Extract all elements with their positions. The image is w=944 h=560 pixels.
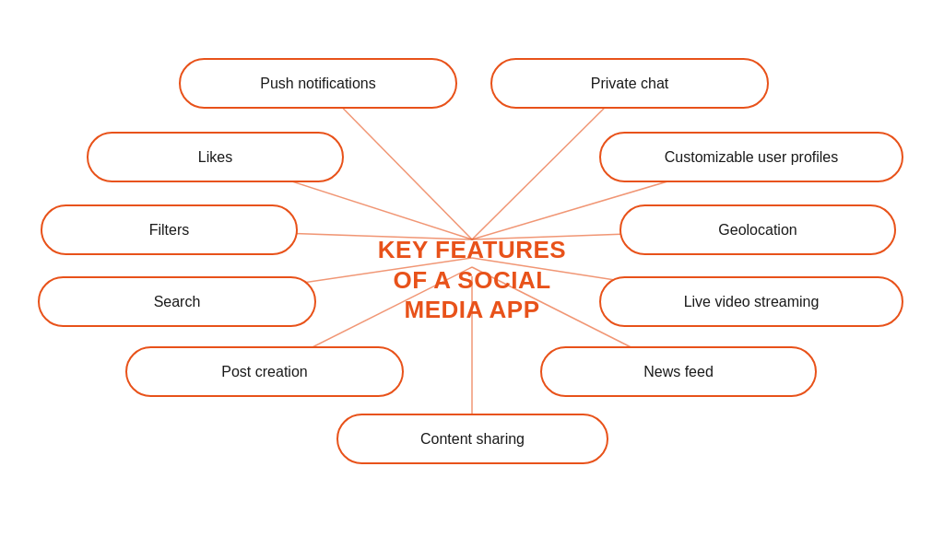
- feature-label-post-creation: Post creation: [221, 364, 307, 380]
- feature-customizable-user-profiles: Customizable user profiles: [599, 132, 903, 182]
- feature-push-notifications: Push notifications: [179, 58, 457, 109]
- feature-label-live-video-streaming: Live video streaming: [684, 294, 820, 310]
- feature-label-news-feed: News feed: [643, 364, 714, 380]
- feature-search: Search: [38, 276, 316, 327]
- feature-label-private-chat: Private chat: [591, 76, 668, 92]
- feature-content-sharing: Content sharing: [336, 414, 608, 464]
- feature-likes: Likes: [87, 132, 344, 182]
- feature-live-video-streaming: Live video streaming: [599, 276, 903, 327]
- feature-label-filters: Filters: [149, 222, 190, 239]
- feature-post-creation: Post creation: [125, 346, 404, 397]
- feature-label-geolocation: Geolocation: [718, 222, 796, 239]
- feature-filters: Filters: [41, 204, 298, 255]
- feature-label-customizable-user-profiles: Customizable user profiles: [665, 149, 839, 166]
- feature-news-feed: News feed: [540, 346, 817, 397]
- feature-label-search: Search: [154, 294, 201, 310]
- feature-label-likes: Likes: [198, 149, 232, 166]
- feature-private-chat: Private chat: [490, 58, 769, 109]
- diagram-container: KEY FEATURES OF A SOCIAL MEDIA APP Push …: [0, 0, 944, 560]
- center-title: KEY FEATURES OF A SOCIAL MEDIA APP: [378, 235, 566, 325]
- feature-label-push-notifications: Push notifications: [260, 76, 375, 92]
- feature-geolocation: Geolocation: [620, 204, 896, 255]
- feature-label-content-sharing: Content sharing: [420, 431, 525, 448]
